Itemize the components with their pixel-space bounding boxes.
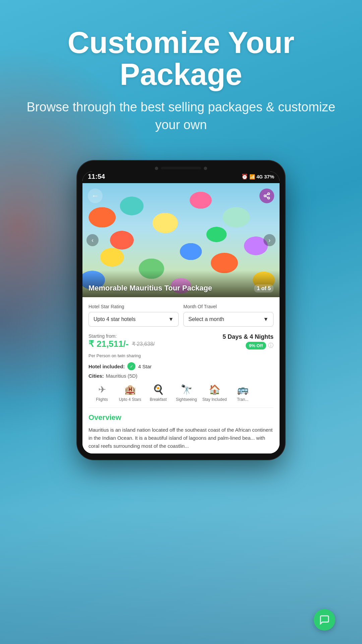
hotel-included-label: Hotel included:	[88, 364, 125, 369]
month-travel-group: Month Of Travel Select a month ▼	[183, 304, 274, 327]
hotel-rating-dropdown[interactable]: Upto 4 star hotels ▼	[88, 312, 179, 327]
stay-label: Stay Included	[202, 397, 227, 402]
svg-point-0	[268, 193, 270, 195]
selectors-row: Hotel Star Rating Upto 4 star hotels ▼ M…	[88, 304, 274, 327]
image-counter: 1 of 5	[254, 284, 274, 292]
svg-point-1	[264, 195, 266, 197]
breakfast-icon: 🍳	[153, 384, 164, 395]
per-person-label: Per Person on twin sharing	[88, 353, 274, 358]
camera-dot-left	[155, 167, 158, 170]
image-bottom-bar: Memorable Mauritius Tour Package 1 of 5	[82, 270, 280, 297]
flights-icon: ✈	[98, 384, 106, 395]
phone-wrapper: 11:54 ⏰ 📶 4G 37% ← ‹	[0, 161, 362, 459]
cities-row: Cities: Mauritius (5D)	[88, 373, 274, 379]
mountains-background	[0, 510, 362, 644]
hotel-check-icon: ✓	[127, 362, 135, 370]
alarm-icon: ⏰	[241, 173, 248, 180]
hero-subtitle: Browse through the best selling packages…	[20, 98, 342, 134]
month-value: Select a month	[188, 316, 224, 322]
sightseeing-label: Sightseeing	[176, 397, 197, 402]
package-title: Memorable Mauritius Tour Package	[88, 284, 212, 292]
feature-flights: ✈ Flights	[88, 384, 115, 402]
camera-dot-right	[204, 167, 207, 170]
feature-transfer: 🚌 Tran...	[229, 384, 256, 402]
overview-title: Overview	[88, 413, 274, 422]
status-time: 11:54	[88, 173, 105, 180]
svg-point-2	[268, 197, 270, 199]
hero-title: Customize Your Package	[20, 27, 342, 90]
content-area: Hotel Star Rating Upto 4 star hotels ▼ M…	[82, 297, 280, 453]
feature-breakfast: 🍳 Breakfast	[145, 384, 172, 402]
info-icon[interactable]: ⓘ	[268, 342, 274, 349]
phone-frame: 11:54 ⏰ 📶 4G 37% ← ‹	[77, 161, 285, 459]
svg-line-3	[266, 197, 268, 198]
svg-line-4	[266, 194, 268, 196]
status-bar: 11:54 ⏰ 📶 4G 37%	[82, 171, 280, 183]
month-arrow: ▼	[263, 316, 268, 322]
transfer-label: Tran...	[237, 397, 248, 402]
hotel-row: Hotel included: ✓ 4 Star	[88, 362, 274, 370]
sightseeing-icon: 🔭	[181, 384, 192, 395]
hotels-icon: 🏨	[124, 384, 136, 395]
price-original: ₹ 23,638/	[132, 341, 155, 347]
image-prev-button[interactable]: ‹	[86, 234, 99, 246]
notch-speaker	[161, 167, 201, 169]
hero-image-container: ← ‹ › Memorable Mauritius Tour Package 1…	[82, 183, 280, 297]
chat-button[interactable]	[314, 609, 335, 631]
transfer-icon: 🚌	[237, 384, 249, 395]
flights-label: Flights	[96, 397, 108, 402]
phone-screen: 11:54 ⏰ 📶 4G 37% ← ‹	[82, 171, 280, 453]
feature-sightseeing: 🔭 Sightseeing	[173, 384, 200, 402]
hotels-label: Upto 4 Stars	[119, 397, 141, 402]
image-next-button[interactable]: ›	[263, 234, 276, 246]
hotel-rating-arrow: ▼	[168, 316, 174, 322]
duration-label: 5 Days & 4 Nights	[223, 333, 274, 340]
overview-text: Mauritius is an island nation located of…	[88, 426, 274, 450]
discount-badge: 9% Off	[246, 342, 266, 350]
pricing-section: Starting from: ₹ 21,511/- ₹ 23,638/ 5 Da…	[88, 333, 274, 351]
stay-icon: 🏠	[209, 384, 221, 395]
cities-label: Cities:	[88, 373, 104, 379]
breakfast-label: Breakfast	[150, 397, 167, 402]
starting-from-label: Starting from:	[88, 333, 155, 339]
month-dropdown[interactable]: Select a month ▼	[183, 312, 274, 327]
overview-section: Overview Mauritius is an island nation l…	[88, 408, 274, 453]
month-label: Month Of Travel	[183, 304, 274, 309]
hotel-rating-group: Hotel Star Rating Upto 4 star hotels ▼	[88, 304, 179, 327]
signal-icons: 📶 4G	[249, 174, 263, 179]
hotel-star: 4 Star	[138, 364, 152, 369]
battery-status: 37%	[264, 174, 274, 179]
hotel-rating-label: Hotel Star Rating	[88, 304, 179, 309]
price-left: Starting from: ₹ 21,511/- ₹ 23,638/	[88, 333, 155, 351]
feature-hotels: 🏨 Upto 4 Stars	[117, 384, 143, 402]
features-row: ✈ Flights 🏨 Upto 4 Stars 🍳 Breakfast 🔭 S…	[88, 384, 274, 408]
price-main: ₹ 21,511/-	[88, 339, 129, 349]
price-right: 5 Days & 4 Nights 9% Off ⓘ	[223, 333, 274, 350]
status-icons: ⏰ 📶 4G 37%	[241, 173, 274, 180]
feature-stay: 🏠 Stay Included	[201, 384, 228, 402]
price-row: ₹ 21,511/- ₹ 23,638/	[88, 339, 155, 349]
phone-camera-area	[82, 167, 280, 170]
hero-section: Customize Your Package Browse through th…	[0, 0, 362, 147]
cities-value: Mauritius (5D)	[106, 373, 137, 379]
hotel-rating-value: Upto 4 star hotels	[94, 316, 135, 322]
